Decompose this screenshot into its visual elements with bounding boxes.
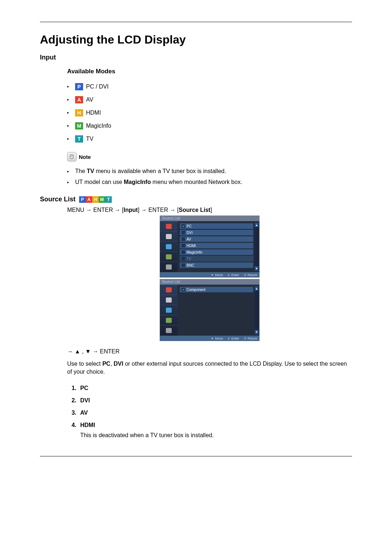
source-list-heading-row: Source List PAHMT — [40, 196, 352, 203]
enumerated-list: PCDVIAVHDMIThis is deactivated when a TV… — [67, 382, 352, 442]
osd-item-label: AV — [187, 237, 191, 241]
osd-panel-1: Source List ✔PCDVIAVHDMIMagicInfoTVBNC ▲… — [160, 216, 260, 278]
osd-item-label: Component — [187, 288, 205, 292]
osd-items: ✔PCDVIAVHDMIMagicInfoTVBNC — [180, 223, 253, 268]
osd-foot-enter: ↲ Enter — [227, 273, 239, 277]
mode-badge-m: M — [99, 196, 105, 203]
mode-label: AV — [86, 97, 93, 103]
mode-label: TV — [86, 136, 93, 142]
mode-badge-m: M — [75, 122, 83, 130]
enum-label: DVI — [80, 397, 90, 403]
enum-item: AV — [78, 407, 352, 419]
osd-footer: ✦ Move ↲ Enter ↺ Return — [160, 336, 260, 341]
mode-label: MagicInfo — [86, 123, 111, 129]
osd-side-icon — [166, 297, 172, 303]
osd-item-label: PC — [187, 224, 192, 228]
osd-side-cell — [160, 231, 177, 242]
mode-badge-a: A — [75, 96, 83, 103]
mode-badge-p: P — [79, 196, 86, 203]
osd-side-cell — [160, 221, 177, 231]
osd-side-cell — [160, 325, 177, 336]
text: Enter — [231, 337, 239, 340]
text: , — [110, 361, 114, 367]
bullet-icon — [67, 125, 69, 127]
bullet-icon — [67, 182, 69, 183]
mode-item: HHDMI — [67, 106, 352, 119]
mode-label: HDMI — [86, 110, 101, 116]
osd-check-icon — [181, 263, 185, 267]
menu-path-input: Input — [124, 207, 138, 213]
note-label: Note — [79, 154, 91, 160]
bold-tv: TV — [87, 168, 94, 174]
osd-foot-return: ↺ Return — [244, 273, 257, 277]
osd-check-icon: ✔ — [181, 224, 185, 228]
mode-badge-h: H — [92, 196, 99, 203]
scroll-up-icon: ▲ — [255, 223, 258, 227]
osd-side-icon — [166, 308, 172, 313]
osd-check-icon: ✔ — [181, 288, 185, 291]
osd-side-icon — [166, 234, 172, 239]
osd-body: ✔Component ▲ ▼ — [160, 284, 260, 336]
source-list-label: Source List — [40, 196, 75, 203]
osd-panel-2: Source List ✔Component ▲ ▼ ✦ Move ↲ Ente… — [160, 279, 260, 341]
mode-badges-strip: PAHMT — [79, 196, 112, 203]
osd-foot-return: ↺ Return — [244, 337, 257, 340]
bold-pc: PC — [102, 361, 110, 367]
osd-side-cell — [160, 242, 177, 252]
mode-badge-t: T — [105, 196, 112, 203]
osd-side-cell — [160, 315, 177, 325]
osd-side-icon — [166, 224, 172, 229]
enum-subtext: This is deactivated when a TV tuner box … — [80, 432, 352, 439]
note-icon — [67, 152, 77, 161]
text: The — [75, 168, 87, 174]
osd-side-cell — [160, 305, 177, 315]
osd-side-icon — [166, 287, 172, 292]
bullet-icon — [67, 171, 69, 172]
mode-badge-t: T — [75, 135, 83, 143]
page-title: Adjusting the LCD Display — [40, 33, 352, 46]
osd-item-label: DVI — [187, 231, 193, 235]
osd-side-cell — [160, 252, 177, 262]
enum-item: HDMIThis is deactivated when a TV tuner … — [78, 419, 352, 442]
bottom-rule — [40, 456, 352, 456]
osd-check-icon — [181, 231, 185, 234]
osd-main: ✔Component ▲ ▼ — [177, 285, 259, 336]
osd-item: DVI — [180, 230, 253, 235]
osd-side-icon — [166, 264, 172, 270]
osd-side-icon — [166, 328, 172, 333]
osd-item: BNC — [180, 262, 253, 268]
osd-item: HDMI — [180, 243, 253, 249]
scroll-down-icon: ▼ — [255, 266, 258, 271]
osd-foot-move: ✦ Move — [211, 337, 223, 340]
bullet-icon — [67, 138, 69, 140]
osd-item: MagicInfo — [180, 249, 253, 255]
osd-body: ✔PCDVIAVHDMIMagicInfoTVBNC ▲ ▼ — [160, 221, 260, 272]
mode-badge-p: P — [75, 83, 83, 90]
menu-path-source-list: Source List — [179, 207, 211, 213]
osd-item-label: HDMI — [187, 244, 196, 248]
osd-side-cell — [160, 285, 177, 295]
mode-item: MMagicInfo — [67, 119, 352, 132]
text: Move — [215, 337, 223, 340]
text: UT model can use — [75, 179, 124, 185]
enum-label: HDMI — [80, 422, 95, 428]
osd-item: ✔Component — [180, 287, 253, 292]
osd-title: Source List — [160, 279, 260, 284]
osd-side-icon — [166, 244, 172, 249]
osd-check-icon — [181, 237, 185, 241]
osd-side-icons — [160, 221, 177, 272]
osd-side-cell — [160, 295, 177, 305]
mode-label: PC / DVI — [86, 83, 109, 90]
modes-list: PPC / DVIAAVHHDMIMMagicInfoTTV — [67, 80, 352, 145]
bullet-icon — [67, 99, 69, 100]
osd-side-cell — [160, 262, 177, 272]
mode-item: PPC / DVI — [67, 80, 352, 93]
enum-label: AV — [80, 410, 88, 416]
osd-side-icon — [166, 318, 172, 323]
osd-screenshots: Source List ✔PCDVIAVHDMIMagicInfoTVBNC ▲… — [67, 216, 352, 342]
note-text: UT model can use MagicInfo menu when mou… — [75, 179, 242, 185]
osd-item: ✔PC — [180, 223, 253, 229]
bold-dvi: DVI — [114, 361, 123, 367]
note-item: The TV menu is available when a TV tuner… — [67, 166, 352, 177]
mode-badge-h: H — [75, 109, 83, 116]
